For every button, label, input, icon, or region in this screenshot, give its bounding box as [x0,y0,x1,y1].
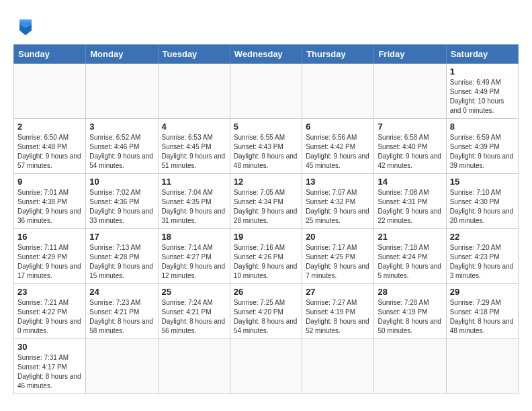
logo [13,13,40,38]
calendar-cell: 25Sunrise: 7:24 AM Sunset: 4:21 PM Dayli… [158,284,230,339]
calendar-week-4: 23Sunrise: 7:21 AM Sunset: 4:22 PM Dayli… [14,284,519,339]
day-number: 3 [89,122,154,132]
day-number: 20 [306,232,370,242]
calendar-cell: 6Sunrise: 6:56 AM Sunset: 4:42 PM Daylig… [302,119,374,174]
day-info: Sunrise: 7:01 AM Sunset: 4:38 PM Dayligh… [17,188,82,226]
calendar-cell: 23Sunrise: 7:21 AM Sunset: 4:22 PM Dayli… [14,284,86,339]
day-number: 29 [450,287,515,297]
calendar-cell: 28Sunrise: 7:28 AM Sunset: 4:19 PM Dayli… [374,284,446,339]
calendar-header-tuesday: Tuesday [158,45,230,64]
day-number: 26 [234,287,298,297]
calendar-cell: 3Sunrise: 6:52 AM Sunset: 4:46 PM Daylig… [86,119,158,174]
day-number: 4 [162,122,226,132]
day-info: Sunrise: 7:05 AM Sunset: 4:34 PM Dayligh… [234,188,298,226]
calendar-cell: 10Sunrise: 7:02 AM Sunset: 4:36 PM Dayli… [86,174,158,229]
calendar-cell [230,339,302,394]
calendar-cell: 26Sunrise: 7:25 AM Sunset: 4:20 PM Dayli… [230,284,302,339]
day-number: 15 [450,177,515,187]
day-number: 17 [89,232,154,242]
day-number: 18 [162,232,226,242]
day-number: 7 [378,122,442,132]
day-number: 6 [306,122,370,132]
day-number: 10 [89,177,154,187]
day-info: Sunrise: 6:59 AM Sunset: 4:39 PM Dayligh… [450,133,515,171]
day-info: Sunrise: 7:13 AM Sunset: 4:28 PM Dayligh… [89,243,154,281]
calendar-cell: 5Sunrise: 6:55 AM Sunset: 4:43 PM Daylig… [230,119,302,174]
calendar-cell: 17Sunrise: 7:13 AM Sunset: 4:28 PM Dayli… [86,229,158,284]
calendar-cell [374,339,446,394]
calendar-cell [446,339,518,394]
day-number: 13 [306,177,370,187]
calendar-header-friday: Friday [374,45,446,64]
calendar-cell [230,64,302,119]
calendar-cell [158,64,230,119]
day-info: Sunrise: 7:25 AM Sunset: 4:20 PM Dayligh… [234,298,298,336]
day-info: Sunrise: 6:55 AM Sunset: 4:43 PM Dayligh… [234,133,298,171]
calendar-cell [86,339,158,394]
day-info: Sunrise: 7:29 AM Sunset: 4:18 PM Dayligh… [450,298,515,336]
day-info: Sunrise: 7:02 AM Sunset: 4:36 PM Dayligh… [89,188,154,226]
calendar-header-thursday: Thursday [302,45,374,64]
calendar-cell: 1Sunrise: 6:49 AM Sunset: 4:49 PM Daylig… [446,64,518,119]
calendar-cell: 18Sunrise: 7:14 AM Sunset: 4:27 PM Dayli… [158,229,230,284]
day-info: Sunrise: 7:07 AM Sunset: 4:32 PM Dayligh… [306,188,370,226]
calendar-cell: 15Sunrise: 7:10 AM Sunset: 4:30 PM Dayli… [446,174,518,229]
calendar-cell: 24Sunrise: 7:23 AM Sunset: 4:21 PM Dayli… [86,284,158,339]
day-number: 5 [234,122,298,132]
calendar-cell [302,64,374,119]
calendar-cell: 14Sunrise: 7:08 AM Sunset: 4:31 PM Dayli… [374,174,446,229]
calendar-cell: 2Sunrise: 6:50 AM Sunset: 4:48 PM Daylig… [14,119,86,174]
day-info: Sunrise: 7:04 AM Sunset: 4:35 PM Dayligh… [162,188,226,226]
day-info: Sunrise: 7:17 AM Sunset: 4:25 PM Dayligh… [306,243,370,281]
svg-rect-2 [19,19,32,22]
day-info: Sunrise: 7:28 AM Sunset: 4:19 PM Dayligh… [378,298,442,336]
day-info: Sunrise: 7:14 AM Sunset: 4:27 PM Dayligh… [162,243,226,281]
day-info: Sunrise: 7:11 AM Sunset: 4:29 PM Dayligh… [17,243,82,281]
day-info: Sunrise: 6:52 AM Sunset: 4:46 PM Dayligh… [89,133,154,171]
calendar-cell: 21Sunrise: 7:18 AM Sunset: 4:24 PM Dayli… [374,229,446,284]
calendar-week-0: 1Sunrise: 6:49 AM Sunset: 4:49 PM Daylig… [14,64,519,119]
day-number: 19 [234,232,298,242]
day-info: Sunrise: 6:58 AM Sunset: 4:40 PM Dayligh… [378,133,442,171]
calendar-header-sunday: Sunday [14,45,86,64]
calendar-cell [86,64,158,119]
generalblue-logo-icon [13,13,38,38]
calendar-cell: 4Sunrise: 6:53 AM Sunset: 4:45 PM Daylig… [158,119,230,174]
calendar-cell: 11Sunrise: 7:04 AM Sunset: 4:35 PM Dayli… [158,174,230,229]
day-number: 11 [162,177,226,187]
day-number: 25 [162,287,226,297]
day-number: 27 [306,287,370,297]
day-info: Sunrise: 7:08 AM Sunset: 4:31 PM Dayligh… [378,188,442,226]
calendar-cell [302,339,374,394]
calendar-cell: 27Sunrise: 7:27 AM Sunset: 4:19 PM Dayli… [302,284,374,339]
calendar-week-5: 30Sunrise: 7:31 AM Sunset: 4:17 PM Dayli… [14,339,519,394]
calendar-week-3: 16Sunrise: 7:11 AM Sunset: 4:29 PM Dayli… [14,229,519,284]
day-info: Sunrise: 6:53 AM Sunset: 4:45 PM Dayligh… [162,133,226,171]
calendar-header-monday: Monday [86,45,158,64]
day-number: 22 [450,232,515,242]
calendar-cell: 30Sunrise: 7:31 AM Sunset: 4:17 PM Dayli… [14,339,86,394]
day-info: Sunrise: 6:49 AM Sunset: 4:49 PM Dayligh… [450,78,515,116]
day-info: Sunrise: 6:56 AM Sunset: 4:42 PM Dayligh… [306,133,370,171]
day-number: 28 [378,287,442,297]
day-info: Sunrise: 7:31 AM Sunset: 4:17 PM Dayligh… [17,353,82,391]
day-number: 23 [17,287,82,297]
calendar-cell [158,339,230,394]
page: SundayMondayTuesdayWednesdayThursdayFrid… [0,0,532,401]
calendar-week-2: 9Sunrise: 7:01 AM Sunset: 4:38 PM Daylig… [14,174,519,229]
day-info: Sunrise: 7:10 AM Sunset: 4:30 PM Dayligh… [450,188,515,226]
day-number: 1 [450,66,515,77]
calendar-header-row: SundayMondayTuesdayWednesdayThursdayFrid… [14,45,519,64]
day-info: Sunrise: 7:24 AM Sunset: 4:21 PM Dayligh… [162,298,226,336]
day-number: 12 [234,177,298,187]
day-number: 14 [378,177,442,187]
calendar-cell: 12Sunrise: 7:05 AM Sunset: 4:34 PM Dayli… [230,174,302,229]
calendar-cell: 20Sunrise: 7:17 AM Sunset: 4:25 PM Dayli… [302,229,374,284]
day-info: Sunrise: 7:20 AM Sunset: 4:23 PM Dayligh… [450,243,515,281]
header [13,13,519,38]
calendar-cell: 7Sunrise: 6:58 AM Sunset: 4:40 PM Daylig… [374,119,446,174]
day-info: Sunrise: 7:23 AM Sunset: 4:21 PM Dayligh… [89,298,154,336]
calendar-table: SundayMondayTuesdayWednesdayThursdayFrid… [13,44,519,394]
day-info: Sunrise: 7:21 AM Sunset: 4:22 PM Dayligh… [17,298,82,336]
calendar-cell [374,64,446,119]
